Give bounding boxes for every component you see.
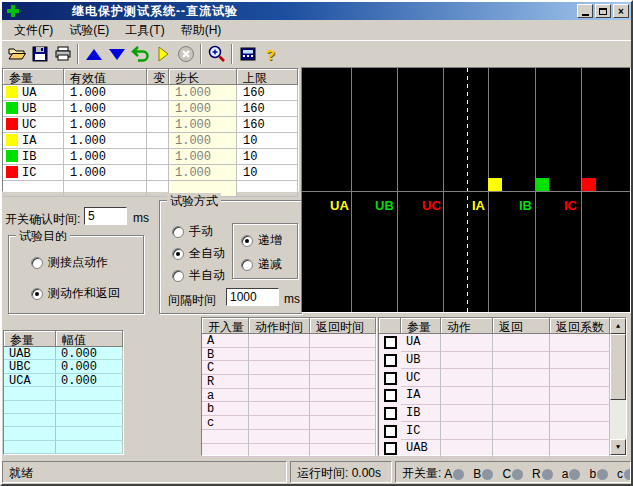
row-checkbox[interactable] bbox=[384, 407, 397, 420]
close-icon: × bbox=[618, 6, 624, 17]
radio-full-auto[interactable]: 全自动 bbox=[172, 245, 225, 262]
radio-action-and-return[interactable]: 测动作和返回 bbox=[31, 285, 120, 302]
interval-input[interactable] bbox=[226, 288, 279, 306]
grid-line bbox=[351, 68, 352, 312]
input-row[interactable]: c bbox=[202, 416, 376, 430]
stop-icon bbox=[176, 44, 196, 64]
start-test-button[interactable] bbox=[151, 43, 174, 65]
limit-cell[interactable]: 160 bbox=[237, 117, 298, 133]
step-cell[interactable]: 1.000 bbox=[169, 117, 237, 133]
param-row-ua[interactable]: UA 1.000 1.000 160 bbox=[3, 85, 298, 101]
zoom-button[interactable] bbox=[205, 43, 228, 65]
menu-test[interactable]: 试验(E) bbox=[61, 20, 117, 41]
input-row[interactable]: a bbox=[202, 389, 376, 403]
stop-test-button[interactable] bbox=[174, 43, 197, 65]
open-file-button[interactable] bbox=[5, 43, 28, 65]
app-icon bbox=[6, 4, 20, 18]
value-cell[interactable]: 1.000 bbox=[64, 117, 147, 133]
param-row-ic[interactable]: IC 1.000 1.000 10 bbox=[3, 165, 298, 181]
step-cell[interactable]: 1.000 bbox=[169, 133, 237, 149]
param-row-ia[interactable]: IA 1.000 1.000 10 bbox=[3, 133, 298, 149]
column-header: 动作时间 bbox=[249, 318, 310, 334]
print-button[interactable] bbox=[51, 43, 74, 65]
param-row-ub[interactable]: UB 1.000 1.000 160 bbox=[3, 101, 298, 117]
input-row[interactable]: C bbox=[202, 361, 376, 375]
input-row[interactable]: B bbox=[202, 348, 376, 362]
limit-cell[interactable]: 10 bbox=[237, 133, 298, 149]
change-cell[interactable] bbox=[147, 117, 169, 133]
action-row[interactable]: UA bbox=[379, 334, 626, 352]
window-title: 继电保护测试系统--直流试验 bbox=[72, 3, 238, 20]
help-button[interactable]: ? bbox=[259, 43, 282, 65]
action-row[interactable]: UB bbox=[379, 352, 626, 370]
value-cell[interactable]: 1.000 bbox=[64, 133, 147, 149]
change-cell[interactable] bbox=[147, 149, 169, 165]
input-row[interactable]: A bbox=[202, 334, 376, 348]
axis-line bbox=[302, 191, 630, 192]
action-row[interactable]: UAB bbox=[379, 440, 626, 458]
undo-button[interactable] bbox=[128, 43, 151, 65]
calculator-button[interactable] bbox=[236, 43, 259, 65]
amp-row[interactable]: UAB 0.000 bbox=[4, 347, 123, 360]
minimize-button[interactable] bbox=[577, 4, 593, 18]
row-checkbox[interactable] bbox=[384, 389, 397, 402]
radio-semi-auto[interactable]: 半自动 bbox=[172, 267, 225, 284]
scroll-thumb[interactable] bbox=[610, 334, 626, 400]
maximize-button[interactable] bbox=[595, 4, 611, 18]
row-checkbox[interactable] bbox=[384, 354, 397, 367]
radio-manual[interactable]: 手动 bbox=[172, 223, 213, 240]
menu-tools[interactable]: 工具(T) bbox=[117, 20, 172, 41]
menu-help[interactable]: 帮助(H) bbox=[173, 20, 230, 41]
undo-icon bbox=[130, 44, 150, 64]
param-row-uc[interactable]: UC 1.000 1.000 160 bbox=[3, 117, 298, 133]
limit-cell[interactable]: 160 bbox=[237, 101, 298, 117]
limit-cell[interactable]: 160 bbox=[237, 85, 298, 101]
radio-decrease[interactable]: 递减 bbox=[241, 256, 282, 273]
close-button[interactable]: × bbox=[613, 4, 629, 18]
amp-row[interactable]: UBC 0.000 bbox=[4, 360, 123, 373]
change-cell[interactable] bbox=[147, 101, 169, 117]
step-down-button[interactable] bbox=[105, 43, 128, 65]
row-checkbox[interactable] bbox=[384, 425, 397, 438]
row-checkbox[interactable] bbox=[384, 336, 397, 349]
main-window: 继电保护测试系统--直流试验 × 文件(F) 试验(E) 工具(T) 帮助(H) bbox=[0, 0, 633, 486]
limit-cell[interactable]: 10 bbox=[237, 149, 298, 165]
scroll-up-icon: ▲ bbox=[616, 322, 620, 330]
scroll-up-button[interactable]: ▲ bbox=[610, 318, 626, 334]
input-row[interactable]: R bbox=[202, 375, 376, 389]
action-row[interactable]: IC bbox=[379, 422, 626, 440]
value-cell[interactable]: 1.000 bbox=[64, 101, 147, 117]
save-button[interactable] bbox=[28, 43, 51, 65]
change-cell[interactable] bbox=[147, 133, 169, 149]
scroll-down-button[interactable]: ▼ bbox=[610, 439, 626, 455]
action-row[interactable]: IB bbox=[379, 405, 626, 423]
status-switches: 开关量: A B C R a b c bbox=[395, 461, 631, 483]
step-cell[interactable]: 1.000 bbox=[169, 101, 237, 117]
value-cell[interactable]: 1.000 bbox=[64, 85, 147, 101]
menu-file[interactable]: 文件(F) bbox=[6, 20, 61, 41]
column-header: 参量 bbox=[3, 69, 64, 85]
change-cell[interactable] bbox=[147, 165, 169, 181]
input-row[interactable]: b bbox=[202, 402, 376, 416]
column-header: 幅值 bbox=[56, 331, 123, 347]
param-row-ib[interactable]: IB 1.000 1.000 10 bbox=[3, 149, 298, 165]
value-cell[interactable]: 1.000 bbox=[64, 149, 147, 165]
confirm-time-input[interactable] bbox=[84, 207, 127, 225]
row-checkbox[interactable] bbox=[384, 372, 397, 385]
limit-cell[interactable]: 10 bbox=[237, 165, 298, 181]
change-cell[interactable] bbox=[147, 85, 169, 101]
radio-contact-action[interactable]: 测接点动作 bbox=[31, 254, 108, 271]
action-row[interactable]: IA bbox=[379, 387, 626, 405]
step-up-button[interactable] bbox=[82, 43, 105, 65]
action-row[interactable]: UC bbox=[379, 369, 626, 387]
amp-row[interactable]: UCA 0.000 bbox=[4, 374, 123, 387]
step-cell[interactable]: 1.000 bbox=[169, 165, 237, 181]
radio-increase[interactable]: 递增 bbox=[241, 232, 282, 249]
column-header: 参量 bbox=[401, 318, 441, 334]
row-checkbox[interactable] bbox=[384, 442, 397, 455]
value-cell[interactable]: 1.000 bbox=[64, 165, 147, 181]
step-cell[interactable]: 1.000 bbox=[169, 149, 237, 165]
empty-row bbox=[4, 401, 123, 414]
step-cell[interactable]: 1.000 bbox=[169, 85, 237, 101]
vertical-scrollbar[interactable]: ▲ ▼ bbox=[610, 318, 626, 455]
